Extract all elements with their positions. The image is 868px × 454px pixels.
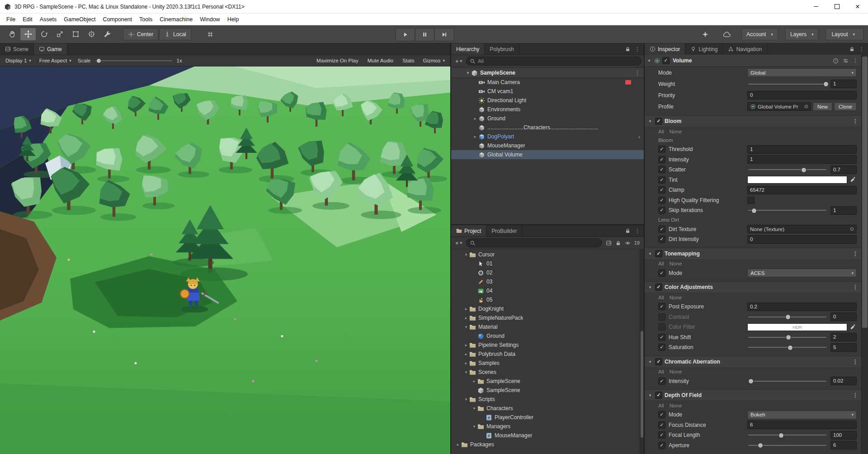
- foldout-arrow[interactable]: ▾: [471, 424, 477, 429]
- object-picker-icon[interactable]: ⊙: [850, 226, 854, 232]
- project-item-pipeline-settings[interactable]: ▸Pipeline Settings: [451, 340, 644, 350]
- object-field[interactable]: None (Texture)⊙: [747, 225, 857, 233]
- lock-icon[interactable]: [615, 240, 621, 246]
- foldout-arrow[interactable]: ▸: [455, 442, 461, 447]
- pause-button[interactable]: [415, 28, 434, 41]
- value-field[interactable]: 65472: [747, 186, 857, 194]
- kebab-menu-icon[interactable]: ⋮: [853, 359, 858, 365]
- hierarchy-item-ground[interactable]: ▸Ground: [451, 114, 644, 123]
- menu-window[interactable]: Window: [196, 15, 223, 24]
- value-field[interactable]: 0.7: [830, 166, 857, 174]
- color-swatch[interactable]: HDR: [747, 323, 847, 331]
- menu-file[interactable]: File: [3, 15, 19, 24]
- project-item-samples[interactable]: ▸Samples: [451, 359, 644, 368]
- project-item-03[interactable]: 03: [451, 277, 644, 286]
- foldout-arrow[interactable]: ▾: [647, 119, 653, 123]
- tab-project[interactable]: Project: [451, 225, 486, 236]
- hierarchy-item-dogpolyart[interactable]: ▸DogPolyart›: [451, 132, 644, 141]
- override-checkbox[interactable]: ✓: [658, 270, 665, 277]
- layout-dropdown[interactable]: Layout▾: [826, 28, 863, 40]
- scrollbar-thumb[interactable]: [862, 57, 868, 328]
- slider-thumb[interactable]: [786, 335, 791, 340]
- project-scrollbar[interactable]: [640, 249, 644, 454]
- project-item-simplenaturepack[interactable]: ▸SimpleNaturePack: [451, 313, 644, 322]
- slider-thumb[interactable]: [96, 58, 101, 63]
- hierarchy-item-global-volume[interactable]: Global Volume: [451, 150, 644, 159]
- section-header-color-adjustments[interactable]: ▾✓Color Adjustments⋮: [645, 281, 862, 293]
- hierarchy-item-mousemanager[interactable]: MouseManager: [451, 141, 644, 150]
- help-icon[interactable]: ?: [833, 58, 839, 64]
- value-field[interactable]: 1: [830, 80, 857, 88]
- eye-icon[interactable]: [625, 240, 631, 246]
- profile-object-field[interactable]: Global Volume Pr⊙: [747, 102, 811, 111]
- rotate-tool-button[interactable]: [36, 28, 52, 40]
- menu-cinemachine[interactable]: Cinemachine: [156, 15, 196, 24]
- slider-thumb[interactable]: [788, 345, 793, 350]
- dropdown-field[interactable]: Global▾: [747, 68, 857, 77]
- section-header-depth-of-field[interactable]: ▾✓Depth Of Field⋮: [645, 389, 862, 401]
- kebab-menu-icon[interactable]: ⋮: [635, 70, 640, 76]
- slider-thumb[interactable]: [801, 167, 807, 173]
- menu-tools[interactable]: Tools: [136, 15, 156, 24]
- override-checkbox[interactable]: ✓: [658, 186, 665, 194]
- handle-space-toggle-button[interactable]: Local: [159, 28, 191, 40]
- color-field[interactable]: [747, 176, 857, 184]
- step-button[interactable]: [434, 28, 454, 41]
- section-enabled-checkbox[interactable]: ✓: [655, 118, 662, 125]
- override-checkbox[interactable]: ✓: [658, 226, 665, 233]
- override-checkbox[interactable]: ✓: [658, 166, 665, 173]
- override-none-button[interactable]: None: [670, 129, 682, 134]
- project-item-characters[interactable]: ▾Characters: [451, 404, 644, 413]
- menu-component[interactable]: Component: [99, 15, 136, 24]
- hierarchy-item-main-camera[interactable]: Main Camera: [451, 78, 644, 87]
- tab-inspector[interactable]: Inspector: [645, 43, 685, 55]
- hierarchy-item-samplescene[interactable]: ▾SampleScene⋮: [451, 68, 644, 78]
- aspect-dropdown[interactable]: Free Aspect▾: [38, 58, 73, 63]
- value-field[interactable]: 1: [830, 206, 857, 215]
- minimize-button[interactable]: [806, 0, 826, 13]
- project-item-material[interactable]: ▾Material: [451, 322, 644, 331]
- hand-tool-button[interactable]: [5, 28, 20, 40]
- kebab-menu-icon[interactable]: ⋮: [853, 57, 858, 64]
- preset-icon[interactable]: [843, 58, 849, 64]
- foldout-arrow[interactable]: ▾: [647, 393, 653, 397]
- menu-gameobject[interactable]: GameObject: [60, 15, 99, 24]
- foldout-arrow[interactable]: ▾: [465, 71, 471, 75]
- foldout-arrow[interactable]: ▸: [463, 307, 469, 311]
- override-none-button[interactable]: None: [670, 369, 682, 374]
- foldout-arrow[interactable]: ▾: [463, 252, 469, 257]
- value-field[interactable]: 0: [830, 312, 857, 321]
- maximize-button[interactable]: [826, 0, 847, 13]
- slider[interactable]: [747, 343, 827, 351]
- value-field[interactable]: 5: [830, 343, 857, 352]
- volume-component-header[interactable]: ▾ ✓ Volume ? ⋮: [645, 55, 862, 67]
- pivot-toggle-button[interactable]: Center: [123, 28, 158, 40]
- foldout-arrow[interactable]: ▾: [463, 325, 469, 329]
- slider[interactable]: [747, 441, 827, 449]
- override-checkbox[interactable]: [658, 323, 665, 331]
- slider[interactable]: [747, 377, 827, 385]
- override-checkbox[interactable]: ✓: [658, 303, 665, 310]
- value-field[interactable]: 0: [747, 235, 857, 244]
- project-item-samplescene[interactable]: ▸SampleScene: [451, 377, 644, 386]
- menu-assets[interactable]: Assets: [36, 15, 61, 24]
- move-tool-button[interactable]: [20, 28, 36, 40]
- object-picker-icon[interactable]: ⊙: [804, 104, 808, 109]
- hierarchy-item-characters[interactable]: ........................Characters......…: [451, 123, 644, 132]
- transform-tool-button[interactable]: [84, 28, 99, 40]
- section-header-bloom[interactable]: ▾✓Bloom⋮: [645, 115, 862, 127]
- foldout-arrow[interactable]: ▸: [463, 361, 469, 365]
- value-field[interactable]: 0.2: [747, 303, 857, 311]
- grid-snap-button[interactable]: [203, 28, 217, 40]
- override-checkbox[interactable]: ✓: [658, 197, 665, 204]
- tab-navigation[interactable]: Navigation: [723, 43, 767, 55]
- override-checkbox[interactable]: ✓: [658, 176, 665, 184]
- override-checkbox[interactable]: ✓: [658, 344, 665, 351]
- kebab-menu-icon[interactable]: ⋮: [853, 118, 858, 124]
- kebab-menu-icon[interactable]: ⋮: [859, 46, 864, 52]
- prefab-open-chevron-icon[interactable]: ›: [638, 133, 640, 140]
- override-none-button[interactable]: None: [670, 295, 682, 300]
- game-viewport[interactable]: [0, 66, 450, 454]
- value-field[interactable]: 6: [830, 441, 857, 449]
- hierarchy-search-input[interactable]: All: [466, 57, 642, 66]
